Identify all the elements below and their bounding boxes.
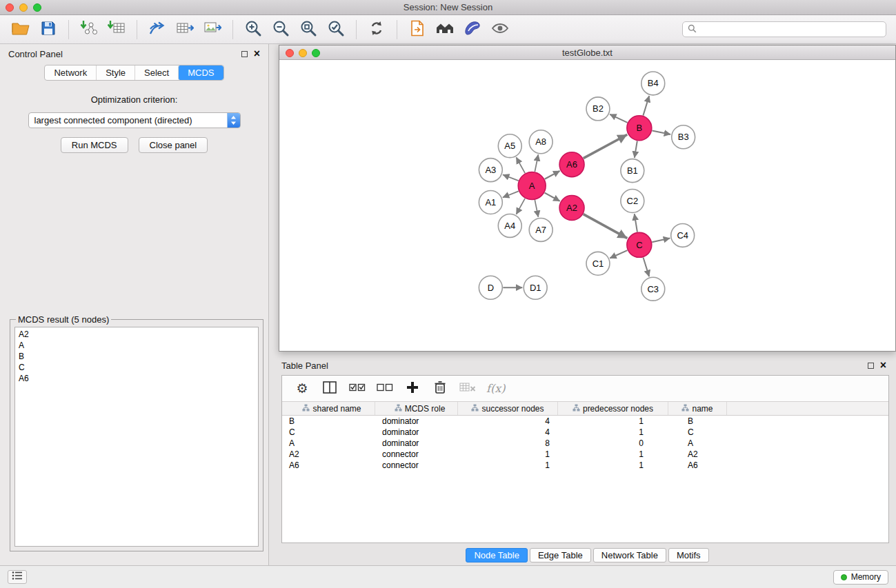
graph-node-C3[interactable]: C3 (641, 277, 665, 301)
graph-node-A5[interactable]: A5 (498, 134, 521, 158)
table-row[interactable]: Adominator80A (282, 438, 888, 449)
close-window-button[interactable] (6, 3, 14, 12)
graph-node-C2[interactable]: C2 (621, 190, 644, 213)
table-row[interactable]: Bdominator41B (282, 416, 888, 427)
export-network-button[interactable] (143, 18, 171, 41)
delete-table-button[interactable] (459, 378, 477, 399)
graph-node-A4[interactable]: A4 (498, 214, 521, 237)
table-settings-button[interactable]: ⚙ (293, 378, 311, 399)
graph-edge-A-A5[interactable] (516, 157, 525, 173)
column-header-name[interactable]: name (668, 402, 727, 415)
float-table-panel-icon[interactable] (868, 363, 874, 369)
graph-node-A[interactable]: A (518, 172, 546, 200)
zoom-window-button[interactable] (33, 3, 41, 12)
column-header-predecessor-nodes[interactable]: predecessor nodes (558, 402, 668, 415)
add-row-button[interactable] (404, 378, 421, 399)
graph-edge-A-A2[interactable] (545, 193, 560, 201)
run-mcds-button[interactable]: Run MCDS (61, 137, 128, 153)
result-item[interactable]: A2 (15, 329, 258, 340)
graph-node-B3[interactable]: B3 (672, 125, 695, 149)
graph-edge-A-A4[interactable] (516, 199, 525, 214)
column-browser-button[interactable] (321, 378, 339, 399)
graph-edge-C-C1[interactable] (610, 250, 627, 258)
table-row[interactable]: A6connector11A6 (282, 460, 888, 471)
close-panel-icon[interactable]: × (254, 50, 260, 57)
select-all-button[interactable] (348, 378, 366, 399)
import-table-button[interactable] (103, 18, 130, 41)
save-session-button[interactable] (34, 18, 62, 41)
graph-node-C4[interactable]: C4 (671, 223, 695, 247)
graph-node-D1[interactable]: D1 (524, 276, 547, 299)
result-item[interactable]: A (15, 340, 258, 351)
graph-node-A8[interactable]: A8 (529, 130, 552, 154)
refresh-button[interactable] (363, 18, 390, 41)
column-header-mcds-role[interactable]: MCDS role (375, 402, 458, 415)
graph-node-B1[interactable]: B1 (621, 159, 644, 183)
export-image-button[interactable] (199, 18, 226, 41)
graph-edge-A-A1[interactable] (503, 191, 519, 197)
result-item[interactable]: B (15, 351, 258, 362)
graph-node-A7[interactable]: A7 (529, 218, 552, 241)
export-table-button[interactable] (171, 18, 199, 41)
close-table-panel-icon[interactable]: × (880, 362, 886, 369)
minimize-window-button[interactable] (19, 3, 28, 12)
column-header-successor-nodes[interactable]: successor nodes (458, 402, 558, 415)
tab-mcds[interactable]: MCDS (178, 65, 223, 80)
function-builder-button[interactable]: f(x) (486, 378, 505, 399)
birds-eye-view-button[interactable] (431, 18, 459, 41)
result-item[interactable]: A6 (15, 373, 258, 384)
graph-edge-C-C2[interactable] (635, 214, 637, 232)
graph-node-D[interactable]: D (479, 276, 502, 299)
tab-node-table[interactable]: Node Table (466, 548, 528, 562)
style-brush-button[interactable] (459, 18, 486, 41)
mcds-result-list[interactable]: A2ABCA6 (14, 327, 259, 547)
result-item[interactable]: C (15, 362, 258, 373)
graph-edge-B-B3[interactable] (652, 131, 670, 134)
graph-edge-A6-B[interactable] (584, 134, 628, 158)
search-input[interactable] (699, 24, 881, 34)
graph-edge-B-B4[interactable] (643, 96, 649, 116)
graph-node-B[interactable]: B (627, 116, 652, 141)
open-session-button[interactable] (7, 18, 34, 41)
graph-node-B4[interactable]: B4 (641, 72, 665, 95)
network-window-titlebar[interactable]: testGlobe.txt (279, 45, 895, 60)
column-header-shared-name[interactable]: shared name (282, 402, 375, 415)
graph-edge-A-A8[interactable] (535, 154, 538, 172)
network-canvas[interactable]: B4B2BB3A5A8A6A3B1AC2A1A2A4A7C4CC1C3DD1 (280, 61, 895, 350)
toolbar-search[interactable] (682, 21, 886, 37)
zoom-out-button[interactable] (267, 18, 295, 41)
show-hide-button[interactable] (486, 18, 514, 41)
deselect-all-button[interactable] (376, 378, 394, 399)
graph-edge-B-B1[interactable] (635, 141, 637, 158)
graph-edge-A-A7[interactable] (535, 200, 538, 217)
memory-button[interactable]: Memory (833, 570, 888, 585)
table-row[interactable]: Cdominator41C (282, 427, 888, 438)
graph-edge-A-A6[interactable] (545, 171, 560, 179)
zoom-in-button[interactable] (239, 18, 267, 41)
float-panel-icon[interactable] (241, 51, 248, 57)
graph-edge-A2-C[interactable] (584, 214, 628, 239)
graph-edge-C-C4[interactable] (652, 238, 670, 242)
network-minimize-button[interactable] (299, 49, 307, 57)
network-zoom-button[interactable] (312, 49, 320, 57)
tab-network[interactable]: Network (45, 65, 96, 80)
criterion-dropdown[interactable]: largest connected component (directed) (28, 112, 241, 128)
zoom-fit-button[interactable] (295, 18, 322, 41)
tab-style[interactable]: Style (96, 65, 135, 80)
import-network-button[interactable] (75, 18, 103, 41)
tab-select[interactable]: Select (135, 65, 178, 80)
close-panel-button[interactable]: Close panel (139, 137, 208, 153)
graph-node-A6[interactable]: A6 (559, 152, 584, 177)
first-neighbors-button[interactable] (404, 18, 431, 41)
table-row[interactable]: A2connector11A2 (282, 449, 888, 460)
graph-node-B2[interactable]: B2 (586, 97, 610, 121)
graph-node-C1[interactable]: C1 (586, 252, 610, 275)
graph-edge-B-B2[interactable] (610, 114, 628, 123)
zoom-selected-button[interactable] (322, 18, 350, 41)
tab-motifs[interactable]: Motifs (668, 548, 709, 562)
network-close-button[interactable] (286, 49, 294, 57)
graph-node-C[interactable]: C (627, 232, 652, 257)
tab-edge-table[interactable]: Edge Table (530, 548, 591, 562)
graph-node-A2[interactable]: A2 (559, 196, 584, 221)
graph-edge-A-A3[interactable] (503, 174, 519, 181)
